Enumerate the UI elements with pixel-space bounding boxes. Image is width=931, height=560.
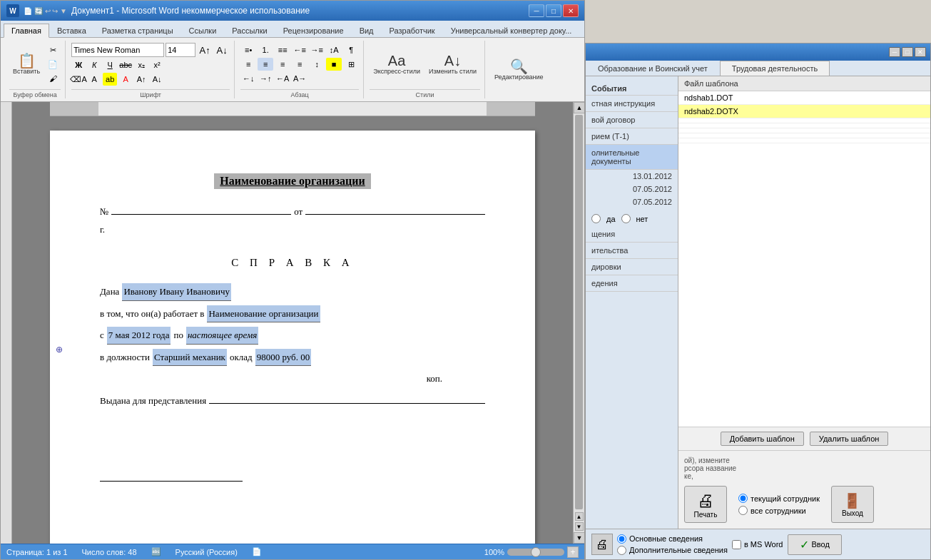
expand-icon[interactable]: ⊕ — [56, 345, 63, 355]
template-row-1[interactable]: ndshab1.DOT — [678, 91, 930, 105]
date-to-field[interactable]: настоящее время — [186, 327, 258, 344]
radio-add-info-input[interactable] — [617, 546, 626, 555]
decrease-indent2-button[interactable]: ←↓ — [240, 72, 256, 85]
salary-field[interactable]: 98000 руб. 00 — [255, 349, 312, 366]
number-field[interactable] — [111, 205, 291, 215]
line-spacing-button[interactable]: ↕ — [309, 58, 325, 71]
shading-button[interactable]: ■ — [326, 58, 342, 71]
shrink-font-button[interactable]: A↓ — [214, 44, 230, 56]
close-button[interactable]: ✕ — [563, 4, 579, 17]
remove-template-button[interactable]: Удалить шаблон — [810, 432, 889, 446]
tab-review[interactable]: Рецензирование — [275, 24, 352, 37]
bold-button[interactable]: Ж — [71, 58, 86, 71]
justify-button[interactable]: ≡ — [292, 58, 307, 71]
shrink-font2-button[interactable]: A↓ — [150, 73, 164, 86]
org-inline-field[interactable]: Наименование организации — [207, 305, 320, 322]
tab-page-layout[interactable]: Разметка страницы — [94, 24, 181, 37]
sidebar-item-instruction[interactable]: стная инструкция — [586, 96, 678, 112]
yes-radio[interactable] — [591, 214, 601, 223]
template-row-7[interactable] — [678, 138, 930, 143]
position-field[interactable]: Старший механик — [153, 349, 227, 366]
italic-button[interactable]: К — [87, 58, 101, 71]
document-scroll[interactable]: ⊕ Наименование организации № от г. С П Р… — [12, 102, 573, 544]
increase-indent2-button[interactable]: →↑ — [258, 72, 273, 85]
issued-field[interactable] — [209, 394, 485, 404]
align-left-button[interactable]: ≡ — [240, 58, 256, 71]
font-color-button[interactable]: A — [118, 73, 133, 86]
highlight-button[interactable]: ab — [103, 73, 117, 86]
panel-maximize-button[interactable]: □ — [902, 47, 913, 57]
scroll-down-button[interactable]: ▼ — [574, 532, 584, 544]
ms-word-checkbox[interactable] — [732, 540, 741, 549]
template-row-4[interactable] — [678, 123, 930, 128]
borders-button[interactable]: ⊞ — [343, 58, 359, 71]
paste-button[interactable]: 📋 Вставить — [9, 51, 44, 77]
grow-font-button[interactable]: A↑ — [197, 44, 213, 56]
add-template-button[interactable]: Добавить шаблон — [721, 432, 804, 446]
ltr-button[interactable]: ←A — [275, 72, 290, 85]
tab-mailings[interactable]: Рассылки — [224, 24, 275, 37]
print-small-button[interactable]: 🖨 — [591, 534, 613, 555]
print-button[interactable]: 🖨 Печать — [684, 486, 727, 523]
cut-button[interactable]: ✂ — [45, 44, 61, 56]
increase-indent-button[interactable]: →≡ — [309, 44, 325, 56]
tab-home[interactable]: Главная — [4, 24, 49, 38]
text-effects-button[interactable]: A — [87, 73, 101, 86]
font-name-input[interactable] — [71, 43, 164, 57]
sidebar-item-docs[interactable]: олнительные документы — [586, 145, 678, 170]
decrease-indent-button[interactable]: ←≡ — [292, 44, 307, 56]
scroll-up-button[interactable]: ▲ — [574, 102, 584, 113]
sidebar-item-reception[interactable]: рием (Т-1) — [586, 128, 678, 145]
zoom-slider[interactable] — [507, 549, 564, 556]
tab-work[interactable]: Трудовая деятельность — [720, 61, 830, 76]
next-page-button[interactable]: ▼ — [575, 522, 584, 531]
maximize-button[interactable]: □ — [546, 4, 561, 17]
numbering-button[interactable]: 1. — [258, 44, 273, 56]
change-styles-button[interactable]: A↓ Изменить стили — [425, 51, 480, 77]
template-row-6[interactable] — [678, 133, 930, 138]
radio-current-input[interactable] — [738, 494, 748, 503]
template-row-3[interactable] — [678, 118, 930, 123]
vertical-scrollbar[interactable]: ▲ ▲ ▼ ▼ — [573, 102, 584, 544]
no-radio[interactable] — [621, 214, 631, 223]
rtl-button[interactable]: A→ — [292, 72, 307, 85]
template-row-5[interactable] — [678, 128, 930, 133]
sidebar-item-itelstva[interactable]: ительства — [586, 243, 678, 259]
tab-converter[interactable]: Универсальный конвертер доку... — [443, 24, 580, 37]
font-size-input[interactable] — [166, 43, 195, 57]
underline-button[interactable]: Ч — [103, 58, 117, 71]
zoom-in-button[interactable]: + — [567, 546, 579, 558]
superscript-button[interactable]: x² — [150, 58, 164, 71]
date-from-field[interactable]: 7 мая 2012 года — [107, 327, 171, 344]
zoom-thumb[interactable] — [531, 547, 541, 557]
copy-button[interactable]: 📄 — [45, 58, 61, 71]
grow-font2-button[interactable]: A↑ — [134, 73, 148, 86]
v-scroll-thumb[interactable] — [575, 115, 583, 509]
align-center-button[interactable]: ≡ — [258, 58, 273, 71]
editing-button[interactable]: 🔍 Редактирование — [491, 57, 547, 83]
clear-format-button[interactable]: ⌫A — [71, 73, 86, 86]
sidebar-item-dirovki[interactable]: дировки — [586, 259, 678, 275]
format-painter-button[interactable]: 🖌 — [45, 72, 61, 85]
panel-minimize-button[interactable]: ─ — [889, 47, 900, 57]
tab-references[interactable]: Ссылки — [181, 24, 225, 37]
radio-all-input[interactable] — [738, 506, 748, 515]
date-field[interactable] — [305, 205, 485, 215]
exit-button[interactable]: 🚪 Выход — [831, 486, 874, 523]
recipient-field[interactable]: Иванову Ивану Ивановичу — [122, 283, 231, 300]
prev-page-button[interactable]: ▲ — [575, 512, 584, 521]
tab-education[interactable]: Образование и Воинский учет — [586, 61, 720, 76]
sidebar-item-shcheniya[interactable]: щения — [586, 226, 678, 243]
minimize-button[interactable]: ─ — [529, 4, 544, 17]
bullets-button[interactable]: ≡• — [240, 44, 256, 56]
panel-close-button[interactable]: ✕ — [915, 47, 926, 57]
align-right-button[interactable]: ≡ — [275, 58, 290, 71]
tab-view[interactable]: Вид — [352, 24, 382, 37]
express-styles-button[interactable]: Aa Экспресс-стили — [370, 51, 424, 77]
tab-insert[interactable]: Вставка — [49, 24, 94, 37]
strikethrough-button[interactable]: abc — [118, 58, 133, 71]
multilevel-button[interactable]: ≡≡ — [275, 44, 290, 56]
tab-developer[interactable]: Разработчик — [382, 24, 443, 37]
sidebar-item-contract[interactable]: вой договор — [586, 112, 678, 128]
enter-button[interactable]: ✓ Ввод — [788, 534, 842, 555]
